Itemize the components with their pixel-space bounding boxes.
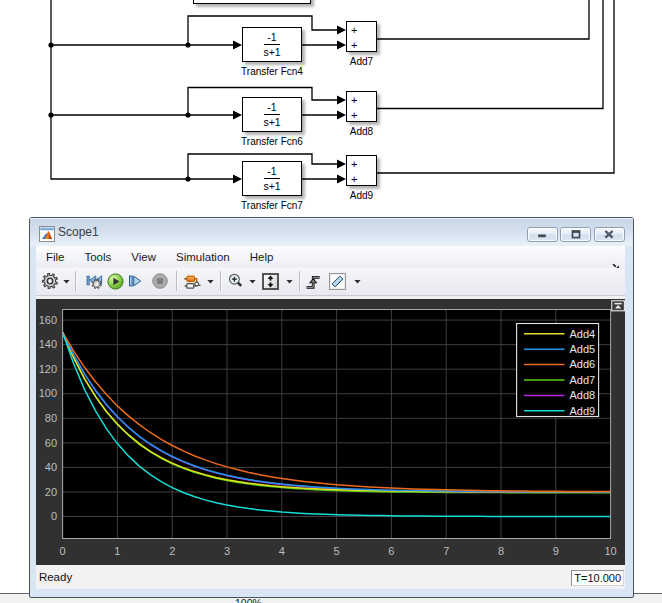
x-tick-label: 2 [169, 545, 175, 557]
y-tick-label: 60 [45, 437, 57, 449]
simulink-snapshot-button[interactable] [86, 273, 103, 289]
tf-denominator: s+1 [263, 46, 280, 58]
transfer-fcn-label: Transfer Fcn6 [202, 136, 342, 147]
menu-item-simulation[interactable]: Simulation [166, 246, 240, 268]
y-tick-label: 20 [45, 486, 57, 498]
scope-parameters-dropdown[interactable] [63, 279, 70, 284]
x-tick-label: 6 [388, 545, 394, 557]
toolbar-separator-1 [75, 271, 76, 291]
y-tick-label: 160 [39, 314, 57, 326]
measurements-dropdown[interactable] [354, 279, 361, 284]
maximize-button[interactable] [560, 227, 591, 242]
step-forward-button[interactable] [127, 273, 143, 289]
sum-sign-2: + [351, 110, 357, 120]
titlebar[interactable]: Scope1 [30, 218, 633, 246]
scope-parameters-button[interactable] [42, 273, 58, 289]
menubar: FileToolsViewSimulationHelp [36, 246, 625, 268]
tf-numerator: -1 [267, 31, 276, 43]
tf-denominator: s+1 [263, 116, 280, 128]
sum-block[interactable]: ++ [346, 21, 377, 52]
measurements-button[interactable] [329, 273, 346, 290]
legend-label-add5: Add5 [569, 343, 595, 355]
x-tick-label: 0 [59, 545, 65, 557]
y-tick-label: 120 [39, 363, 57, 375]
legend[interactable]: Add4Add5Add6Add7Add8Add9 [516, 324, 598, 417]
scope-statusbar: Ready T=10.000 [36, 565, 625, 589]
x-tick-label: 4 [279, 545, 285, 557]
highlight-block-dropdown[interactable] [207, 279, 214, 284]
menu-item-tools[interactable]: Tools [74, 246, 121, 268]
diagram-wires [0, 0, 662, 216]
partial-block[interactable] [193, 0, 311, 4]
x-tick-label: 7 [443, 545, 449, 557]
window-title: Scope1 [58, 218, 99, 246]
editor-zoom-level: 100% [235, 597, 262, 603]
scope-window: Scope1 FileToolsViewSimulationHelp 02040… [29, 217, 634, 598]
toolbar-separator-3 [220, 271, 221, 291]
y-tick-label: 0 [51, 510, 57, 522]
status-text: Ready [39, 565, 72, 589]
y-tick-label: 140 [39, 338, 57, 350]
toolbar-separator-2 [176, 271, 177, 291]
close-button[interactable] [594, 227, 625, 242]
menu-item-view[interactable]: View [121, 246, 166, 268]
stop-button[interactable] [152, 273, 168, 289]
tf-numerator: -1 [267, 165, 276, 177]
x-tick-label: 10 [604, 545, 616, 557]
plot-panel: 020406080100120140160012345678910Add4Add… [36, 299, 625, 565]
simulation-time: T=10.000 [571, 570, 624, 586]
y-tick-label: 100 [39, 387, 57, 399]
autoscale-button[interactable] [262, 273, 279, 290]
legend-label-add4: Add4 [569, 328, 595, 340]
transfer-fcn-label: Transfer Fcn4 [202, 66, 342, 77]
sum-label: Add9 [292, 190, 432, 201]
sum-sign-1: + [351, 159, 357, 169]
tf-numerator: -1 [267, 101, 276, 113]
legend-label-add9: Add9 [569, 405, 595, 417]
x-tick-label: 1 [114, 545, 120, 557]
run-button[interactable] [107, 273, 124, 290]
menu-item-help[interactable]: Help [240, 246, 284, 268]
highlight-simulink-block-button[interactable] [184, 273, 201, 289]
y-tick-label: 80 [45, 412, 57, 424]
sum-label: Add7 [292, 56, 432, 67]
trigger-button[interactable] [305, 273, 321, 289]
minimize-button[interactable] [527, 227, 558, 242]
dock-arrow-icon[interactable] [612, 256, 620, 263]
y-tick-label: 40 [45, 461, 57, 473]
legend-label-add6: Add6 [569, 358, 595, 370]
zoom-dropdown[interactable] [249, 279, 256, 284]
sum-block[interactable]: ++ [346, 91, 377, 122]
toolbar [36, 268, 625, 296]
x-tick-label: 3 [224, 545, 230, 557]
scope-app-icon [39, 226, 55, 242]
legend-label-add8: Add8 [569, 389, 595, 401]
expand-plot-button[interactable] [612, 301, 625, 311]
tf-denominator: s+1 [263, 180, 280, 192]
menu-item-file[interactable]: File [36, 246, 75, 268]
sum-sign-2: + [351, 40, 357, 50]
sum-label: Add8 [292, 126, 432, 137]
sum-sign-1: + [351, 95, 357, 105]
x-tick-label: 9 [553, 545, 559, 557]
zoom-in-button[interactable] [228, 273, 243, 289]
x-tick-label: 8 [498, 545, 504, 557]
scope-plot: 020406080100120140160012345678910Add4Add… [36, 299, 625, 565]
sum-sign-1: + [351, 25, 357, 35]
autoscale-dropdown[interactable] [286, 279, 293, 284]
simulink-block-diagram: -1s+1Transfer Fcn4++Add7-1s+1Transfer Fc… [0, 0, 662, 216]
legend-label-add7: Add7 [569, 374, 595, 386]
sum-sign-2: + [351, 174, 357, 184]
transfer-fcn-label: Transfer Fcn7 [202, 200, 342, 211]
sum-block[interactable]: ++ [346, 155, 377, 186]
toolbar-separator-4 [299, 271, 300, 291]
x-tick-label: 5 [333, 545, 339, 557]
